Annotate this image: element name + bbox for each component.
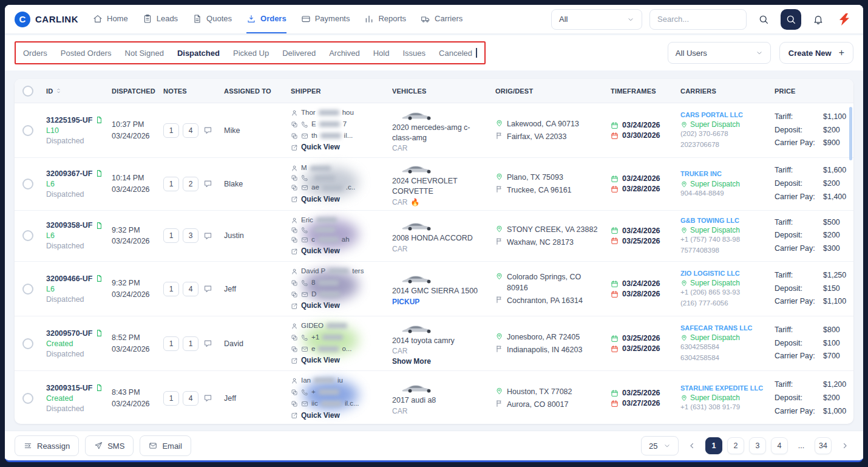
nav-item-leads[interactable]: Leads xyxy=(143,5,178,33)
copy-icon[interactable] xyxy=(291,121,298,128)
notes-count-badge[interactable]: 1 xyxy=(183,336,198,351)
copy-icon[interactable] xyxy=(291,279,298,287)
row-checkbox[interactable] xyxy=(22,338,33,349)
notes-count-badge[interactable]: 4 xyxy=(183,391,198,406)
document-icon[interactable] xyxy=(95,329,103,337)
nav-item-carriers[interactable]: Carriers xyxy=(421,5,463,33)
page-button-3[interactable]: 3 xyxy=(749,437,766,454)
nav-item-payments[interactable]: Payments xyxy=(301,5,350,33)
email-button[interactable]: Email xyxy=(140,435,191,456)
quick-view-link[interactable]: Quick View xyxy=(301,194,340,205)
col-header-id[interactable]: ID xyxy=(41,87,107,95)
users-select[interactable]: All Users xyxy=(668,42,771,64)
scope-select[interactable]: All xyxy=(551,9,642,30)
tab-dispatched[interactable]: Dispatched xyxy=(177,49,220,58)
tab-hold[interactable]: Hold xyxy=(373,49,390,58)
carrier-name-link[interactable]: ZIO LOGISTIC LLC xyxy=(680,268,765,279)
row-checkbox[interactable] xyxy=(22,230,33,241)
order-id-link[interactable]: 32009466-UF xyxy=(46,274,92,283)
nav-item-quotes[interactable]: Quotes xyxy=(192,5,232,33)
copy-icon[interactable] xyxy=(291,291,298,298)
document-icon[interactable] xyxy=(95,384,103,392)
copy-icon[interactable] xyxy=(291,236,298,244)
order-id-link[interactable]: 31225195-UF xyxy=(46,116,92,124)
carrier-name-link[interactable]: CARS PORTAL LLC xyxy=(680,110,765,120)
copy-icon[interactable] xyxy=(291,389,298,396)
document-icon[interactable] xyxy=(95,116,103,124)
copy-icon[interactable] xyxy=(291,227,298,234)
carlink-logo[interactable]: C CARLINK xyxy=(15,12,78,27)
notes-count-badge[interactable]: 1 xyxy=(163,177,179,191)
chat-bubble-icon[interactable] xyxy=(203,394,212,403)
notes-count-badge[interactable]: 1 xyxy=(163,228,179,243)
quick-view-link[interactable]: Quick View xyxy=(301,355,340,366)
notes-count-badge[interactable]: 1 xyxy=(163,336,179,351)
search-input[interactable] xyxy=(649,9,747,30)
notes-count-badge[interactable]: 1 xyxy=(163,282,179,296)
notifications-button[interactable] xyxy=(809,10,828,29)
row-checkbox[interactable] xyxy=(22,393,33,404)
page-button-2[interactable]: 2 xyxy=(727,437,744,454)
select-all-checkbox[interactable] xyxy=(22,86,33,97)
tab-not-signed[interactable]: Not Signed xyxy=(125,49,164,58)
table-scrollbar[interactable] xyxy=(849,107,852,160)
tab-canceled[interactable]: Canceled xyxy=(439,49,472,58)
search-button[interactable] xyxy=(754,10,773,29)
sms-button[interactable]: SMS xyxy=(85,435,134,456)
nav-item-home[interactable]: Home xyxy=(93,5,128,33)
tab-orders[interactable]: Orders xyxy=(23,49,47,58)
order-id-link[interactable]: 32009315-UF xyxy=(46,384,92,392)
chat-bubble-icon[interactable] xyxy=(203,284,212,293)
sort-icon[interactable] xyxy=(55,87,62,94)
show-more-link[interactable]: Show More xyxy=(392,357,486,366)
order-id-link[interactable]: 32009367-UF xyxy=(46,169,92,178)
nav-item-reports[interactable]: Reports xyxy=(364,5,406,33)
copy-icon[interactable] xyxy=(291,132,298,140)
chat-bubble-icon[interactable] xyxy=(203,126,212,135)
chat-bubble-icon[interactable] xyxy=(203,339,212,348)
tab-archived[interactable]: Archived xyxy=(329,49,360,58)
copy-icon[interactable] xyxy=(291,174,298,182)
order-id-link[interactable]: 32009570-UF xyxy=(46,329,92,338)
nav-item-orders[interactable]: Orders xyxy=(246,5,287,33)
tab-picked-up[interactable]: Picked Up xyxy=(233,49,269,58)
notes-count-badge[interactable]: 1 xyxy=(163,391,179,406)
carrier-name-link[interactable]: STARLINE EXPEDITE LLC xyxy=(680,383,765,394)
quick-view-link[interactable]: Quick View xyxy=(301,141,340,153)
carrier-name-link[interactable]: SAFECAR TRANS LLC xyxy=(680,323,765,333)
copy-icon[interactable] xyxy=(291,346,298,353)
quick-view-link[interactable]: Quick View xyxy=(301,410,340,421)
quick-view-link[interactable]: Quick View xyxy=(301,300,340,312)
notes-count-badge[interactable]: 4 xyxy=(183,123,198,138)
notes-count-badge[interactable]: 4 xyxy=(183,282,198,296)
chat-bubble-icon[interactable] xyxy=(203,231,212,240)
chat-bubble-icon[interactable] xyxy=(203,179,212,188)
row-checkbox[interactable] xyxy=(22,284,33,295)
tab-delivered[interactable]: Delivered xyxy=(282,49,316,58)
page-button-1[interactable]: 1 xyxy=(705,437,722,454)
advanced-search-button[interactable] xyxy=(781,9,801,30)
document-icon[interactable] xyxy=(95,222,103,230)
create-new-button[interactable]: Create New + xyxy=(779,42,853,64)
order-id-link[interactable]: 32009358-UF xyxy=(46,221,92,230)
copy-icon[interactable] xyxy=(291,400,298,407)
prev-page-button[interactable] xyxy=(683,437,700,454)
page-button-4[interactable]: 4 xyxy=(771,437,788,454)
document-icon[interactable] xyxy=(95,274,103,282)
quick-view-link[interactable]: Quick View xyxy=(301,245,340,257)
notes-count-badge[interactable]: 1 xyxy=(163,123,179,138)
tab-posted-orders[interactable]: Posted Orders xyxy=(61,49,112,58)
partner-logo-icon[interactable] xyxy=(835,10,853,29)
copy-icon[interactable] xyxy=(291,334,298,341)
reassign-button[interactable]: Reassign xyxy=(15,435,79,456)
page-button-34[interactable]: 34 xyxy=(815,437,832,454)
carrier-name-link[interactable]: G&B TOWING LLC xyxy=(680,216,765,226)
notes-count-badge[interactable]: 2 xyxy=(183,177,198,191)
copy-icon[interactable] xyxy=(291,184,298,191)
next-page-button[interactable] xyxy=(836,437,853,454)
row-checkbox[interactable] xyxy=(22,179,33,189)
row-checkbox[interactable] xyxy=(22,125,33,136)
carrier-name-link[interactable]: TRUKER INC xyxy=(680,169,765,179)
document-icon[interactable] xyxy=(95,169,103,177)
tab-issues[interactable]: Issues xyxy=(402,49,426,58)
